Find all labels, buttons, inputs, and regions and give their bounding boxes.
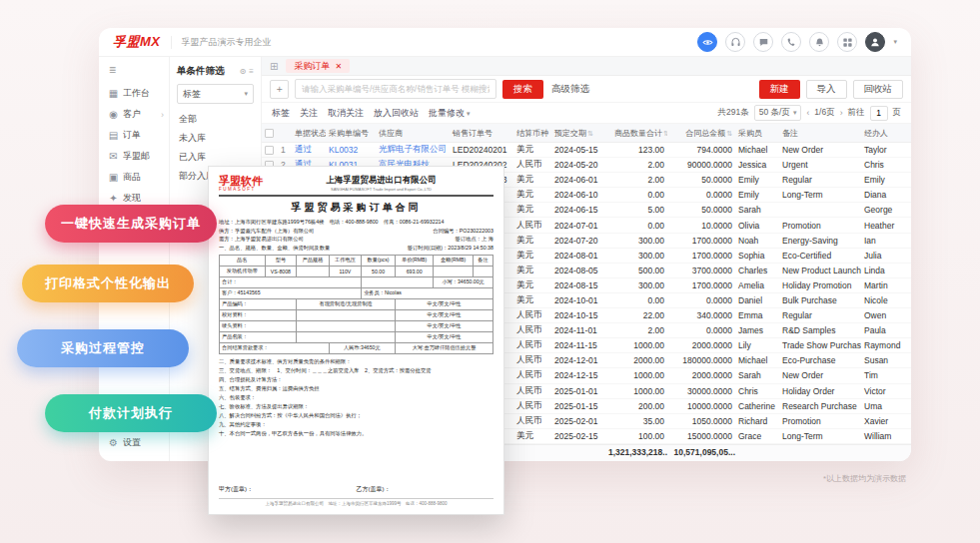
chat-icon[interactable] <box>753 32 773 52</box>
cell-po[interactable]: KL0032 <box>326 145 376 155</box>
table-row[interactable]: 1通过KL0032光辉电子有限公司LED20240201美元2024-05-15… <box>262 143 911 158</box>
cell-buyer: Charles <box>735 266 779 275</box>
cell-note: Long-Term <box>779 190 861 200</box>
batch-action[interactable]: 批量修改▾ <box>429 107 471 120</box>
cell-handler: Victor <box>861 386 905 396</box>
advanced-filter-button[interactable]: 高级筛选 <box>551 83 589 96</box>
user-avatar[interactable] <box>865 32 885 52</box>
cell-currency: 美元 <box>513 174 551 186</box>
tag-filter-select[interactable]: 标签 ▾ <box>177 84 254 104</box>
cell-qty: 2.00 <box>611 325 667 335</box>
cell-qty: 2000.00 <box>611 355 667 365</box>
sidebar-item-settings[interactable]: ⚙ 设置 <box>99 432 169 453</box>
add-filter-scheme-button[interactable]: ＋ <box>270 80 289 99</box>
filter-item[interactable]: 未入库 <box>177 129 254 148</box>
cell-buyer: Emma <box>735 310 779 320</box>
recycle-bin-button[interactable]: 回收站 <box>853 80 904 99</box>
contract-address: 地址：上海市闵行区莘建东路1999号76栋4楼 电话：400-888-9800 … <box>219 218 493 226</box>
page-size-select[interactable]: 50 条/页 ▾ <box>754 105 802 121</box>
sidebar-item-workbench[interactable]: ▦工作台 <box>99 83 169 104</box>
search-input[interactable] <box>295 79 496 99</box>
page-indicator: 1/6页 <box>814 107 834 119</box>
goto-page-input[interactable] <box>870 106 888 121</box>
sort-icon[interactable]: ⇅ <box>587 130 593 137</box>
chevron-right-icon: › <box>161 110 166 120</box>
cell-note: Promotion <box>779 416 861 426</box>
cell-buyer: Sarah <box>735 205 779 215</box>
cell-qty: 200.00 <box>611 401 667 411</box>
chevron-down-icon: ▾ <box>793 109 797 117</box>
cell-date: 2024-08-15 <box>551 280 611 290</box>
sidebar-item-orders[interactable]: ▤订单 <box>99 125 169 146</box>
feature-pill: 付款计划执行 <box>45 394 217 432</box>
cell-amount: 3700.0000 <box>667 266 735 275</box>
chevron-down-icon[interactable]: ▾ <box>893 38 897 46</box>
cell-currency: 人民币 <box>513 354 551 366</box>
cell-handler: Heather <box>861 221 905 231</box>
tab-purchase-orders[interactable]: 采购订单 ✕ <box>286 59 350 73</box>
tabs-grid-icon[interactable]: ⊞ <box>270 61 278 72</box>
column-header[interactable]: 采购员 <box>735 128 779 139</box>
eye-icon[interactable] <box>697 32 717 52</box>
cell-date: 2024-11-15 <box>551 340 611 350</box>
filter-item[interactable]: 已入库 <box>177 148 254 167</box>
column-header[interactable]: 备注 <box>779 128 861 139</box>
purchase-contract-preview: 孚盟软件 FUMASOFT 上海孚盟贸易进出口有限公司 SANGHAI FUMA… <box>208 166 504 515</box>
import-button[interactable]: 导入 <box>806 80 847 99</box>
contract-signature-row: 甲方(盖章)： 乙方(盖章)： <box>219 485 493 494</box>
cell-buyer: Amelia <box>735 280 779 290</box>
batch-action[interactable]: 标签 <box>272 107 290 120</box>
prev-page-button[interactable]: ‹ <box>806 108 809 118</box>
batch-action[interactable]: 取消关注 <box>328 107 364 120</box>
target-icon[interactable]: ⊙ <box>240 67 247 76</box>
list-icon[interactable]: ≡ <box>249 67 254 76</box>
cell-note: R&D Samples <box>779 325 861 335</box>
column-header[interactable]: 经办人 <box>861 128 905 139</box>
batch-action[interactable]: 放入回收站 <box>374 107 419 120</box>
sidebar-item-products[interactable]: ▣商品 <box>99 167 169 188</box>
cell-handler: Raymond <box>861 340 905 350</box>
apps-grid-icon[interactable] <box>837 32 857 52</box>
column-header[interactable]: 供应商 <box>376 128 450 139</box>
column-header[interactable]: 销售订单号 <box>450 128 513 139</box>
column-header[interactable]: 结算币种 <box>513 128 551 139</box>
sidebar-item-customers[interactable]: ◉客户› <box>99 104 169 125</box>
cell-note: Regular <box>779 310 861 320</box>
cell-date: 2024-08-01 <box>551 251 611 261</box>
filter-item[interactable]: 全部 <box>177 110 254 129</box>
cell-status[interactable]: 通过 <box>292 144 326 156</box>
cell-so: LED20240201 <box>450 145 513 155</box>
cell-buyer: Emily <box>735 175 779 185</box>
column-header[interactable]: 合同总金额⇅ <box>667 128 735 139</box>
cell-currency: 人民币 <box>513 159 551 171</box>
batch-action[interactable]: 关注 <box>300 107 318 120</box>
select-all-checkbox[interactable] <box>265 129 274 138</box>
cell-qty: 300.00 <box>611 251 667 261</box>
sidebar-item-fumeng-mail[interactable]: ✉孚盟邮 <box>99 146 169 167</box>
next-page-button[interactable]: › <box>840 108 843 118</box>
sort-icon[interactable]: ⇅ <box>726 130 732 137</box>
close-icon[interactable]: ✕ <box>335 62 342 71</box>
menu-toggle-icon[interactable]: ≡ <box>99 62 169 83</box>
bell-icon[interactable] <box>809 32 829 52</box>
headset-icon[interactable] <box>725 32 745 52</box>
column-header[interactable]: 采购单编号 <box>326 128 376 139</box>
cell-buyer: Richard <box>735 416 779 426</box>
column-header[interactable]: 单据状态 <box>292 128 326 139</box>
search-button[interactable]: 搜索 <box>502 80 543 99</box>
cell-buyer: Catherine <box>735 401 779 411</box>
row-checkbox[interactable] <box>265 146 274 155</box>
cell-handler: Diana <box>861 190 905 200</box>
cell-note: New Order <box>779 370 861 380</box>
cell-supplier[interactable]: 光辉电子有限公司 <box>376 144 450 156</box>
column-header[interactable]: 预定交期⇅ <box>551 128 611 139</box>
phone-icon[interactable] <box>781 32 801 52</box>
cell-handler: Paula <box>861 325 905 335</box>
cell-buyer: Sophia <box>735 251 779 261</box>
cell-currency: 美元 <box>513 189 551 201</box>
cell-date: 2024-12-15 <box>551 370 611 380</box>
cell-currency: 美元 <box>513 235 551 247</box>
create-button[interactable]: 新建 <box>759 80 800 99</box>
chevron-down-icon: ▾ <box>467 110 471 117</box>
column-header[interactable]: 商品数量合计⇅ <box>611 128 667 139</box>
